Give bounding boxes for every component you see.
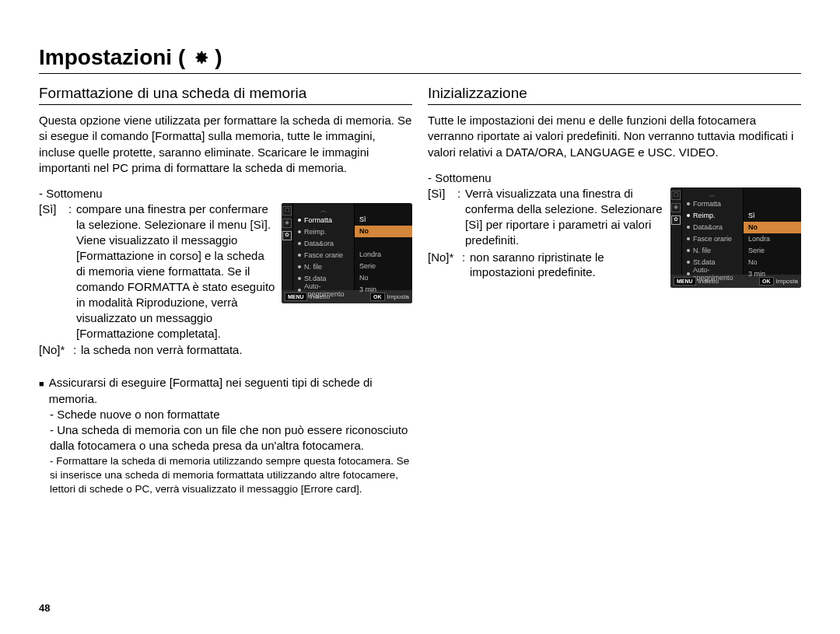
chevron-up-icon bbox=[744, 191, 801, 198]
chevron-up-icon bbox=[355, 206, 412, 214]
camera-option-selected: No bbox=[744, 222, 801, 233]
left-column: Formattazione di una scheda di memoria Q… bbox=[39, 85, 412, 496]
ok-tag: OK bbox=[370, 292, 385, 301]
gear-icon: ✿ bbox=[671, 215, 681, 225]
def-separator: : bbox=[68, 201, 76, 341]
status-right: Imposta bbox=[387, 293, 409, 300]
camera-menu-item: Fasce orarie bbox=[293, 249, 354, 261]
def-separator: : bbox=[462, 250, 470, 281]
bullet-icon bbox=[687, 202, 690, 205]
menu-label: Formatta bbox=[304, 216, 332, 224]
bullet-icon bbox=[687, 226, 690, 229]
camera-menu-item: N. file bbox=[682, 245, 743, 257]
camera-menu-item: Formatta bbox=[682, 198, 743, 210]
status-left: Indietro bbox=[698, 278, 719, 285]
page-number: 48 bbox=[39, 602, 50, 614]
camera-option: Sì bbox=[744, 210, 801, 222]
list-item: [Sì] : compare una finestra per conferma… bbox=[39, 201, 275, 341]
list-item: [Sì] : Verrà visualizzata una finestra d… bbox=[428, 186, 664, 248]
status-right: Imposta bbox=[776, 278, 798, 285]
note-lead: ■ Assicurarsi di eseguire [Formatta] nei… bbox=[39, 375, 412, 407]
menu-label: Fasce orarie bbox=[304, 251, 343, 259]
camera-tab-icon: ▢ bbox=[282, 206, 292, 215]
camera-screen: ▢ ◉ ✿ ︿ Formatta Reimp. Data&ora Fasce o… bbox=[670, 187, 801, 288]
camera-menu-item: Fasce orarie bbox=[682, 233, 743, 245]
right-definitions: [Sì] : Verrà visualizzata una finestra d… bbox=[428, 186, 664, 282]
def-text: Verrà visualizzata una finestra di confe… bbox=[465, 186, 664, 248]
chevron-up-icon: ︿ bbox=[682, 191, 743, 198]
def-text: la scheda non verrà formattata. bbox=[81, 342, 243, 358]
camera-menu-item: Reimp. bbox=[682, 210, 743, 222]
camera-value bbox=[744, 198, 801, 210]
bullet-icon bbox=[687, 272, 690, 275]
camera-menu-item: Data&ora bbox=[293, 237, 354, 249]
manual-page: Impostazioni ( ) Formattazione di una sc… bbox=[0, 0, 840, 634]
note-text: Assicurarsi di eseguire [Formatta] nei s… bbox=[49, 375, 412, 407]
bullet-icon bbox=[298, 254, 301, 257]
camera-icon-rail: ▢ ◉ ✿ bbox=[670, 187, 682, 275]
menu-label: N. file bbox=[304, 263, 322, 271]
left-notes: ■ Assicurarsi di eseguire [Formatta] nei… bbox=[39, 375, 412, 496]
left-heading: Formattazione di una scheda di memoria bbox=[39, 85, 412, 105]
def-separator: : bbox=[457, 186, 465, 248]
menu-label: St.data bbox=[304, 275, 327, 282]
camera-menu-item: Reimp. bbox=[293, 226, 354, 237]
list-item: [No]* : non saranno ripristinate le impo… bbox=[428, 250, 664, 281]
camera-value: Londra bbox=[355, 249, 412, 261]
bullet-icon bbox=[298, 230, 301, 233]
menu-label: Data&ora bbox=[304, 240, 334, 247]
def-text: non saranno ripristinate le impostazioni… bbox=[470, 250, 664, 281]
camera-values: Sì No Londra Serie No 3 min bbox=[355, 203, 412, 290]
camera-value: Londra bbox=[744, 233, 801, 245]
page-title-close: ) bbox=[215, 45, 222, 70]
def-text: compare una finestra per confermare la s… bbox=[76, 201, 275, 341]
bullet-icon bbox=[687, 214, 690, 217]
camera-option-selected: No bbox=[355, 226, 412, 237]
menu-label: Reimp. bbox=[693, 212, 716, 219]
bullet-icon bbox=[687, 261, 690, 264]
bullet-icon bbox=[298, 289, 301, 292]
def-key: [Sì] bbox=[39, 201, 68, 341]
chevron-up-icon: ︿ bbox=[293, 206, 354, 214]
page-title: Impostazioni ( bbox=[39, 45, 185, 70]
camera-menu-item: Data&ora bbox=[682, 222, 743, 233]
camera-value bbox=[355, 237, 412, 249]
camera-tab-icon: ▢ bbox=[671, 191, 681, 200]
def-key: [No]* bbox=[39, 342, 73, 358]
camera-menu-item: Formatta bbox=[293, 214, 354, 226]
camera-menu-list: ︿ Formatta Reimp. Data&ora Fasce orarie … bbox=[293, 203, 355, 290]
bullet-icon bbox=[298, 265, 301, 268]
menu-label: Data&ora bbox=[693, 223, 723, 231]
menu-tag: MENU bbox=[285, 292, 307, 301]
bullet-icon bbox=[298, 242, 301, 245]
camera-menu-item: N. file bbox=[293, 261, 354, 272]
gear-icon: ✿ bbox=[282, 231, 292, 240]
right-heading: Inizializzazione bbox=[428, 85, 801, 105]
bullet-icon bbox=[687, 237, 690, 240]
menu-label: Fasce orarie bbox=[693, 235, 732, 243]
def-key: [Sì] bbox=[428, 186, 457, 248]
menu-tag: MENU bbox=[674, 277, 696, 285]
camera-values: Sì No Londra Serie No 3 min bbox=[744, 187, 801, 275]
menu-label: Formatta bbox=[693, 200, 721, 208]
menu-label: Reimp. bbox=[304, 228, 327, 236]
camera-screenshot-left: ▢ ◉ ✿ ︿ Formatta Reimp. Data&ora Fasce o… bbox=[282, 203, 412, 303]
camera-tab-icon: ◉ bbox=[671, 203, 681, 212]
right-column: Inizializzazione Tutte le impostazioni d… bbox=[428, 85, 801, 496]
left-intro: Questa opzione viene utilizzata per form… bbox=[39, 113, 412, 176]
camera-screenshot-right: ▢ ◉ ✿ ︿ Formatta Reimp. Data&ora Fasce o… bbox=[670, 187, 801, 288]
list-item: [No]* : la scheda non verrà formattata. bbox=[39, 342, 275, 358]
page-title-row: Impostazioni ( ) bbox=[39, 45, 801, 74]
right-row: [Sì] : Verrà visualizzata una finestra d… bbox=[428, 186, 801, 288]
bullet-icon bbox=[298, 219, 301, 222]
right-intro: Tutte le impostazioni dei menu e delle f… bbox=[428, 113, 801, 160]
columns: Formattazione di una scheda di memoria Q… bbox=[39, 85, 801, 496]
right-submenu-label: - Sottomenu bbox=[428, 171, 801, 184]
camera-value: No bbox=[355, 272, 412, 284]
note-bullet: - Schede nuove o non formattate bbox=[50, 407, 412, 422]
camera-tab-icon: ◉ bbox=[282, 219, 292, 228]
status-left: Indietro bbox=[310, 293, 331, 300]
menu-label: St.data bbox=[693, 258, 716, 266]
note-bullet: - Una scheda di memoria con un file che … bbox=[50, 422, 412, 454]
gear-icon bbox=[191, 48, 210, 67]
